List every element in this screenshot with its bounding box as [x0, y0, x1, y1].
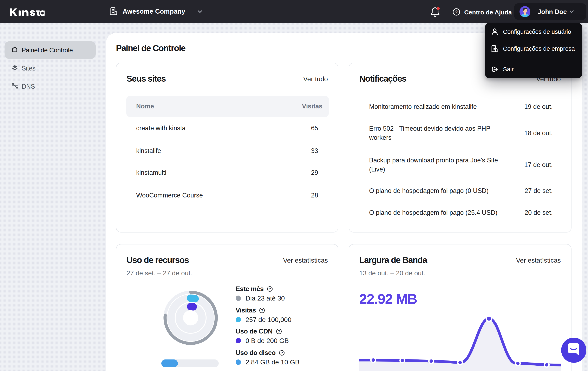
svg-text:?: ? — [269, 287, 271, 291]
svg-text:?: ? — [278, 329, 280, 333]
svg-text:?: ? — [455, 10, 458, 14]
svg-text:?: ? — [261, 308, 263, 312]
svg-text:?: ? — [281, 351, 283, 354]
